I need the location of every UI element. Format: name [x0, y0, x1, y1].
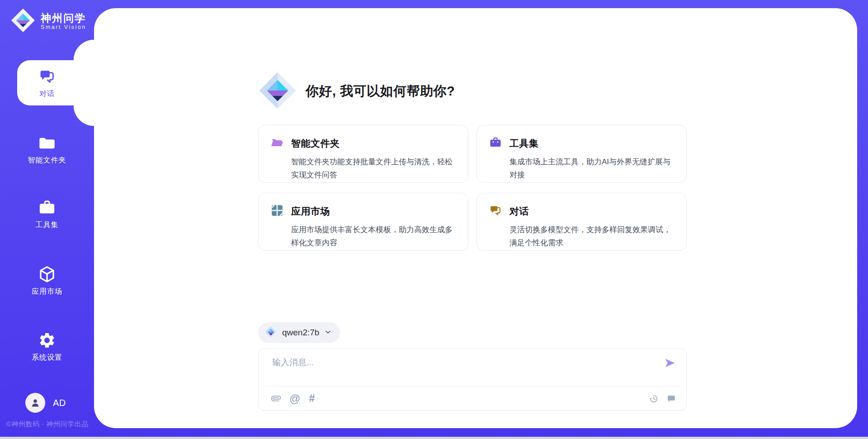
- composer-toolbar-right: [649, 394, 676, 404]
- active-nav-bottom-fillet: [73, 105, 94, 126]
- grid-icon: [270, 204, 284, 219]
- message-input[interactable]: [271, 356, 657, 383]
- greeting-title: 你好, 我可以如何帮助你?: [306, 82, 455, 100]
- folder-open-icon: [270, 136, 284, 151]
- brand-name: 神州问学: [41, 12, 86, 24]
- hash-icon[interactable]: #: [309, 393, 314, 404]
- brand-subtitle: Smart Vision: [41, 24, 86, 30]
- assistant-diamond-icon: [259, 72, 297, 111]
- card-title: 工具集: [509, 137, 539, 150]
- sidebar-item-smart-folder[interactable]: 智能文件夹: [0, 127, 94, 172]
- brand-logo: 神州问学 Smart Vision: [11, 8, 86, 34]
- model-name: qwen2:7b: [282, 328, 319, 338]
- card-app-market[interactable]: 应用市场 应用市场提供丰富长文本模板，助力高效生成多样化文章内容: [258, 193, 468, 251]
- sidebar-item-label: 系统设置: [32, 353, 62, 363]
- sidebar-item-toolset[interactable]: 工具集: [0, 191, 94, 237]
- send-icon: [664, 357, 676, 371]
- chat-icon: [38, 67, 56, 86]
- composer-toolbar: @ #: [271, 387, 676, 410]
- model-selector[interactable]: qwen2:7b: [258, 322, 340, 343]
- card-description: 应用市场提供丰富长文本模板，助力高效生成多样化文章内容: [291, 223, 458, 249]
- cube-icon: [38, 265, 57, 284]
- user-initials: AD: [53, 398, 66, 408]
- sidebar-item-label: 工具集: [36, 220, 59, 230]
- card-chat[interactable]: 对话 灵活切换多模型文件，支持多样回复效果调试，满足个性化需求: [476, 193, 687, 251]
- card-title: 智能文件夹: [291, 137, 340, 150]
- copyright-footer: ©神州数码 · 神州问学出品: [6, 420, 88, 429]
- toolbox-icon: [38, 198, 57, 217]
- card-title: 应用市场: [291, 205, 330, 218]
- chat-bubble-icon[interactable]: [666, 394, 676, 404]
- sidebar-item-label: 智能文件夹: [28, 156, 66, 165]
- paperclip-icon[interactable]: [271, 394, 281, 403]
- folder-icon: [38, 134, 56, 153]
- user-profile[interactable]: AD: [25, 393, 66, 413]
- model-diamond-icon: [265, 326, 277, 340]
- greeting-row: 你好, 我可以如何帮助你?: [259, 72, 455, 111]
- at-icon[interactable]: @: [289, 393, 300, 404]
- sidebar-item-chat[interactable]: 对话: [0, 60, 94, 105]
- main-content: 你好, 我可以如何帮助你? 智能文件夹 智能文件夹功能支持批量文件上传与清洗，轻…: [94, 8, 857, 428]
- sidebar-item-settings[interactable]: 系统设置: [0, 324, 94, 369]
- card-description: 集成市场上主流工具，助力AI与外界无缝扩展与对接: [509, 155, 676, 181]
- card-smart-folder[interactable]: 智能文件夹 智能文件夹功能支持批量文件上传与清洗，轻松实现文件问答: [258, 125, 468, 183]
- toolbox-icon: [489, 136, 502, 151]
- chat-icon: [489, 204, 502, 219]
- message-composer: @ #: [258, 348, 687, 411]
- card-description: 灵活切换多模型文件，支持多样回复效果调试，满足个性化需求: [509, 223, 676, 249]
- chevron-down-icon: [324, 328, 332, 338]
- send-button[interactable]: [663, 356, 677, 371]
- window-bottom-edge: [0, 437, 868, 439]
- sidebar-item-label: 应用市场: [32, 287, 62, 296]
- feature-cards: 智能文件夹 智能文件夹功能支持批量文件上传与清洗，轻松实现文件问答 工具集 集成…: [258, 125, 687, 251]
- avatar: [25, 393, 45, 413]
- gear-icon: [38, 331, 56, 350]
- card-title: 对话: [509, 205, 529, 218]
- sidebar-item-label: 对话: [39, 89, 55, 99]
- sidebar-item-app-market[interactable]: 应用市场: [0, 258, 94, 303]
- card-description: 智能文件夹功能支持批量文件上传与清洗，轻松实现文件问答: [291, 155, 458, 181]
- history-icon[interactable]: [649, 394, 659, 404]
- active-nav-top-fillet: [73, 39, 94, 60]
- brand-diamond-icon: [11, 8, 35, 34]
- card-toolset[interactable]: 工具集 集成市场上主流工具，助力AI与外界无缝扩展与对接: [476, 125, 687, 183]
